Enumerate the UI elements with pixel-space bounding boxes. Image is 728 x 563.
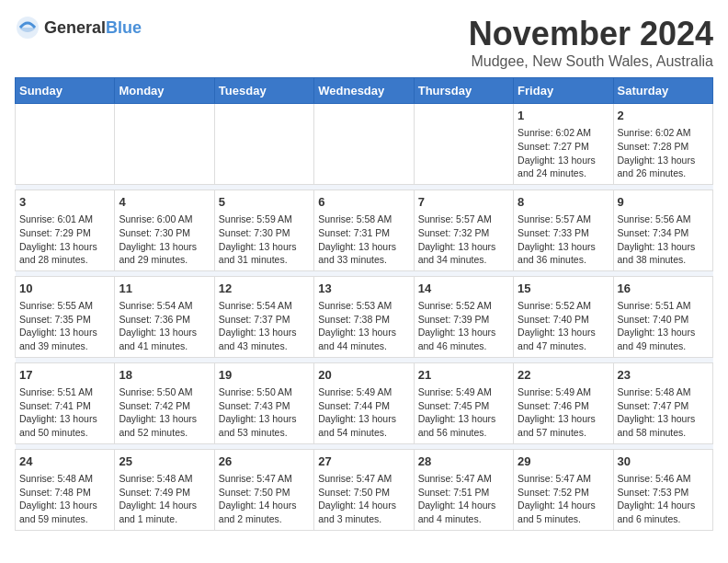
day-info: Sunrise: 5:48 AM Sunset: 7:47 PM Dayligh…: [618, 385, 709, 440]
calendar-cell: 9Sunrise: 5:56 AM Sunset: 7:34 PM Daylig…: [613, 190, 712, 270]
calendar-cell: 3Sunrise: 6:01 AM Sunset: 7:29 PM Daylig…: [16, 190, 115, 270]
logo-general: General: [44, 18, 106, 37]
calendar-cell: 24Sunrise: 5:48 AM Sunset: 7:48 PM Dayli…: [16, 449, 115, 530]
calendar-week-3: 10Sunrise: 5:55 AM Sunset: 7:35 PM Dayli…: [16, 276, 713, 357]
day-info: Sunrise: 5:49 AM Sunset: 7:44 PM Dayligh…: [318, 385, 409, 440]
day-number: 4: [119, 194, 210, 211]
day-info: Sunrise: 5:59 AM Sunset: 7:30 PM Dayligh…: [219, 213, 310, 267]
day-info: Sunrise: 5:50 AM Sunset: 7:43 PM Dayligh…: [219, 385, 310, 440]
calendar-cell: [414, 104, 513, 185]
day-info: Sunrise: 6:02 AM Sunset: 7:28 PM Dayligh…: [618, 126, 709, 180]
day-number: 28: [418, 454, 509, 470]
day-number: 13: [318, 281, 409, 297]
day-number: 7: [418, 194, 509, 211]
day-number: 6: [318, 194, 409, 211]
calendar-cell: 22Sunrise: 5:49 AM Sunset: 7:46 PM Dayli…: [514, 362, 613, 443]
day-info: Sunrise: 5:52 AM Sunset: 7:39 PM Dayligh…: [418, 299, 509, 353]
day-number: 24: [19, 454, 110, 470]
logo: GeneralBlue: [15, 15, 142, 40]
day-number: 9: [618, 194, 709, 211]
calendar-table: SundayMondayTuesdayWednesdayThursdayFrid…: [15, 77, 713, 531]
day-info: Sunrise: 5:49 AM Sunset: 7:45 PM Dayligh…: [418, 385, 509, 440]
day-number: 23: [618, 367, 709, 384]
calendar-cell: [115, 104, 214, 185]
calendar-cell: 16Sunrise: 5:51 AM Sunset: 7:40 PM Dayli…: [613, 276, 712, 357]
day-info: Sunrise: 5:50 AM Sunset: 7:42 PM Dayligh…: [119, 385, 210, 440]
day-info: Sunrise: 5:48 AM Sunset: 7:49 PM Dayligh…: [119, 472, 210, 526]
calendar-cell: 11Sunrise: 5:54 AM Sunset: 7:36 PM Dayli…: [115, 276, 214, 357]
day-number: 19: [219, 367, 310, 384]
header-tuesday: Tuesday: [214, 78, 313, 104]
day-info: Sunrise: 5:47 AM Sunset: 7:50 PM Dayligh…: [219, 472, 310, 526]
title-block: November 2024 Mudgee, New South Wales, A…: [469, 15, 713, 70]
day-number: 8: [518, 194, 609, 211]
day-number: 22: [518, 367, 609, 384]
day-number: 27: [318, 454, 409, 470]
calendar-cell: 13Sunrise: 5:53 AM Sunset: 7:38 PM Dayli…: [314, 276, 414, 357]
day-info: Sunrise: 5:49 AM Sunset: 7:46 PM Dayligh…: [518, 385, 609, 440]
calendar-cell: 25Sunrise: 5:48 AM Sunset: 7:49 PM Dayli…: [115, 449, 214, 530]
header: GeneralBlue November 2024 Mudgee, New So…: [15, 15, 713, 70]
header-monday: Monday: [115, 78, 214, 104]
day-info: Sunrise: 5:56 AM Sunset: 7:34 PM Dayligh…: [618, 213, 709, 267]
calendar-cell: 20Sunrise: 5:49 AM Sunset: 7:44 PM Dayli…: [314, 362, 414, 443]
day-info: Sunrise: 5:47 AM Sunset: 7:52 PM Dayligh…: [518, 472, 609, 526]
calendar-cell: 2Sunrise: 6:02 AM Sunset: 7:28 PM Daylig…: [613, 104, 712, 185]
day-info: Sunrise: 5:47 AM Sunset: 7:51 PM Dayligh…: [418, 472, 509, 526]
calendar-cell: 5Sunrise: 5:59 AM Sunset: 7:30 PM Daylig…: [214, 190, 313, 270]
calendar-cell: 8Sunrise: 5:57 AM Sunset: 7:33 PM Daylig…: [514, 190, 613, 270]
day-info: Sunrise: 5:52 AM Sunset: 7:40 PM Dayligh…: [518, 299, 609, 353]
day-number: 20: [318, 367, 409, 384]
calendar-cell: 10Sunrise: 5:55 AM Sunset: 7:35 PM Dayli…: [16, 276, 115, 357]
day-number: 29: [518, 454, 609, 470]
calendar-week-1: 1Sunrise: 6:02 AM Sunset: 7:27 PM Daylig…: [16, 104, 713, 185]
calendar-cell: 26Sunrise: 5:47 AM Sunset: 7:50 PM Dayli…: [214, 449, 313, 530]
day-number: 1: [518, 108, 609, 124]
day-number: 11: [119, 281, 210, 297]
calendar-week-5: 24Sunrise: 5:48 AM Sunset: 7:48 PM Dayli…: [16, 449, 713, 530]
calendar-cell: 12Sunrise: 5:54 AM Sunset: 7:37 PM Dayli…: [214, 276, 313, 357]
calendar-cell: [16, 104, 115, 185]
day-number: 18: [119, 367, 210, 384]
day-number: 26: [219, 454, 310, 470]
calendar-cell: 19Sunrise: 5:50 AM Sunset: 7:43 PM Dayli…: [214, 362, 313, 443]
calendar-cell: 30Sunrise: 5:46 AM Sunset: 7:53 PM Dayli…: [613, 449, 712, 530]
day-number: 16: [618, 281, 709, 297]
calendar-week-4: 17Sunrise: 5:51 AM Sunset: 7:41 PM Dayli…: [16, 362, 713, 443]
day-number: 2: [618, 108, 709, 124]
day-number: 21: [418, 367, 509, 384]
header-friday: Friday: [514, 78, 613, 104]
day-number: 5: [219, 194, 310, 211]
day-info: Sunrise: 5:51 AM Sunset: 7:40 PM Dayligh…: [618, 299, 709, 353]
day-info: Sunrise: 5:48 AM Sunset: 7:48 PM Dayligh…: [19, 472, 110, 526]
calendar-cell: 1Sunrise: 6:02 AM Sunset: 7:27 PM Daylig…: [514, 104, 613, 185]
day-number: 3: [19, 194, 110, 211]
day-number: 10: [19, 281, 110, 297]
page-subtitle: Mudgee, New South Wales, Australia: [469, 53, 713, 70]
day-info: Sunrise: 6:02 AM Sunset: 7:27 PM Dayligh…: [518, 126, 609, 180]
calendar-header-row: SundayMondayTuesdayWednesdayThursdayFrid…: [16, 78, 713, 104]
header-saturday: Saturday: [613, 78, 712, 104]
day-info: Sunrise: 6:00 AM Sunset: 7:30 PM Dayligh…: [119, 213, 210, 267]
day-info: Sunrise: 5:57 AM Sunset: 7:32 PM Dayligh…: [418, 213, 509, 267]
calendar-cell: 17Sunrise: 5:51 AM Sunset: 7:41 PM Dayli…: [16, 362, 115, 443]
calendar-cell: [214, 104, 313, 185]
calendar-cell: 23Sunrise: 5:48 AM Sunset: 7:47 PM Dayli…: [613, 362, 712, 443]
day-info: Sunrise: 5:54 AM Sunset: 7:37 PM Dayligh…: [219, 299, 310, 353]
header-thursday: Thursday: [414, 78, 513, 104]
calendar-cell: 7Sunrise: 5:57 AM Sunset: 7:32 PM Daylig…: [414, 190, 513, 270]
logo-blue: Blue: [106, 18, 142, 37]
day-info: Sunrise: 5:46 AM Sunset: 7:53 PM Dayligh…: [618, 472, 709, 526]
day-number: 30: [618, 454, 709, 470]
calendar-cell: 21Sunrise: 5:49 AM Sunset: 7:45 PM Dayli…: [414, 362, 513, 443]
day-number: 12: [219, 281, 310, 297]
logo-wordmark: GeneralBlue: [44, 18, 142, 38]
calendar-cell: 6Sunrise: 5:58 AM Sunset: 7:31 PM Daylig…: [314, 190, 414, 270]
day-info: Sunrise: 5:54 AM Sunset: 7:36 PM Dayligh…: [119, 299, 210, 353]
day-number: 15: [518, 281, 609, 297]
header-wednesday: Wednesday: [314, 78, 414, 104]
day-number: 25: [119, 454, 210, 470]
calendar-week-2: 3Sunrise: 6:01 AM Sunset: 7:29 PM Daylig…: [16, 190, 713, 270]
calendar-cell: 15Sunrise: 5:52 AM Sunset: 7:40 PM Dayli…: [514, 276, 613, 357]
day-info: Sunrise: 5:58 AM Sunset: 7:31 PM Dayligh…: [318, 213, 409, 267]
